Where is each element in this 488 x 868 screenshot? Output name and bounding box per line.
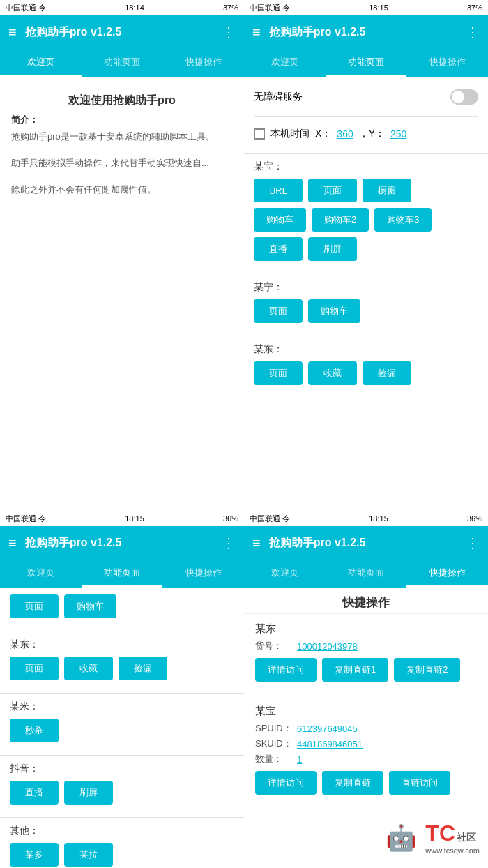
top-right-menu-icon[interactable]: ≡ [252,24,261,40]
tab-functions-right[interactable]: 功能页面 [326,49,407,77]
btn-detail-mudong[interactable]: 详情访问 [255,658,317,682]
bottom-left-time: 18:15 [125,514,144,523]
btn-url[interactable]: URL [254,179,303,202]
btn-mola[interactable]: 某拉 [64,843,113,867]
tab-shortcuts-bl[interactable]: 快捷操作 [162,560,244,588]
btn-moduo[interactable]: 某多 [10,843,59,867]
bottom-left-tabs: 欢迎页 功能页面 快捷操作 [0,560,244,588]
top-right-appbar: ≡ 抢购助手pro v1.2.5 ⋮ [244,15,488,49]
mumi-buttons: 秒杀 [10,719,234,742]
huo-value[interactable]: 100012043978 [297,641,358,652]
bottom-left-more-icon[interactable]: ⋮ [222,534,236,551]
top-left-carrier: 中国联通 令 [6,3,46,13]
tab-welcome-right[interactable]: 欢迎页 [244,49,326,77]
btn-live-mubao[interactable]: 直播 [254,237,303,261]
top-right-battery: 37% [467,3,482,12]
bottom-left-menu-icon[interactable]: ≡ [8,535,17,551]
num-value[interactable]: 1 [297,754,302,765]
btn-chuangkou[interactable]: 橱窗 [363,179,411,202]
bottom-left-carrier: 中国联通 令 [6,514,46,524]
top-left-app-title: 抢购助手pro v1.2.5 [25,25,222,40]
top-left-menu-icon[interactable]: ≡ [8,24,17,40]
bottom-right-appbar: ≡ 抢购助手pro v1.2.5 ⋮ [244,526,488,560]
tc-brand-area: TC 社区 www.tcsqw.com [425,821,480,855]
tab-welcome-br[interactable]: 欢迎页 [244,560,326,588]
mudong-section-bl: 某东： 页面 收藏 捡漏 [0,631,244,694]
spuid-value[interactable]: 612397649045 [297,724,358,734]
top-left-time: 18:14 [125,3,144,12]
intro-line-3: 除此之外并不会有任何附加属性值。 [11,182,233,197]
btn-live-douyin[interactable]: 直播 [10,781,59,805]
bottom-content-row: 页面 购物车 某东： 页面 收藏 捡漏 某米： 秒杀 [0,588,488,868]
tab-functions-br[interactable]: 功能页面 [326,560,407,588]
tab-shortcuts-left[interactable]: 快捷操作 [162,49,244,77]
btn-collect-mudong[interactable]: 收藏 [308,361,357,385]
btn-shuaping-mubao[interactable]: 刷屏 [308,237,357,261]
tc-url: www.tcsqw.com [425,846,480,855]
btn-page-mudong[interactable]: 页面 [254,361,303,385]
btn-cart[interactable]: 购物车 [254,208,306,232]
time-checkbox[interactable] [254,128,265,140]
skuid-value[interactable]: 4481869846051 [297,739,363,749]
btn-detail-mubao[interactable]: 详情访问 [255,771,317,795]
btn-collect-mudong-bl[interactable]: 收藏 [64,657,113,680]
mubao-section: 某宝： URL 页面 橱窗 购物车 购物车2 购物车3 直播 刷屏 [244,154,488,274]
tab-shortcuts-br[interactable]: 快捷操作 [406,560,488,588]
y-value[interactable]: 250 [390,128,406,140]
bottom-left-panel: 页面 购物车 某东： 页面 收藏 捡漏 某米： 秒杀 [0,588,244,868]
btn-page-mubao[interactable]: 页面 [308,179,357,202]
robot-icon: 🤖 [386,823,417,853]
bottom-right-status: 中国联通 令 18:15 36% [244,511,488,526]
btn-page-mudong-bl[interactable]: 页面 [10,657,59,680]
btn-page-muning[interactable]: 页面 [254,299,303,323]
mudong-huo-row: 货号： 100012043978 [255,640,477,652]
accessibility-toggle[interactable] [450,89,478,105]
top-right-panel: 无障碍服务 本机时间 X： 360 ，Y： 250 某宝： [244,77,488,511]
mudong-buttons-bl: 页面 收藏 捡漏 [10,657,234,680]
top-right-more-icon[interactable]: ⋮ [466,24,480,40]
x-label: X： [315,128,331,140]
bottom-right-more-icon[interactable]: ⋮ [466,534,480,551]
btn-copy-link-mubao[interactable]: 复制直链 [322,771,383,795]
mubao-buttons-row2: 购物车 购物车2 购物车3 [254,208,478,232]
coord-label: 本机时间 [270,128,310,140]
btn-copy-link1[interactable]: 复制直链1 [322,658,388,682]
bottom-right-time: 18:15 [369,514,388,523]
btn-cart2[interactable]: 购物车2 [312,208,369,232]
bottom-right-menu-icon[interactable]: ≡ [252,535,261,551]
mubao-quick-title: 某宝 [255,705,477,718]
btn-shuaping-douyin[interactable]: 刷屏 [64,781,113,805]
bottom-left-status: 中国联通 令 18:15 36% [0,511,244,526]
bottom-status-bars: 中国联通 令 18:15 36% 中国联通 令 18:15 36% [0,511,488,526]
skuid-label: SKUID： [255,738,297,750]
btn-seckill[interactable]: 秒杀 [10,719,59,742]
btn-copy-link2[interactable]: 复制直链2 [394,658,460,682]
tab-shortcuts-right[interactable]: 快捷操作 [406,49,488,77]
num-row: 数量： 1 [255,753,477,765]
mubao-buttons-row1: URL 页面 橱窗 [254,179,478,202]
top-content-row: 欢迎使用抢购助手pro 简介： 抢购助手pro是一款基于安卓系统的辅助脚本工具。… [0,77,488,511]
muning-section: 某宁： 页面 购物车 [244,274,488,336]
btn-cart3[interactable]: 购物车3 [374,208,432,232]
btn-cart-muning-bl[interactable]: 购物车 [64,594,116,618]
btn-page-muning-bl[interactable]: 页面 [10,594,59,618]
intro-line-2: 助手只能模拟手动操作，来代替手动实现快速自... [11,156,233,171]
tab-welcome-bl[interactable]: 欢迎页 [0,560,82,588]
accessibility-label: 无障碍服务 [254,91,303,103]
top-right-app-title: 抢购助手pro v1.2.5 [269,25,466,40]
qita-label: 其他： [10,825,234,837]
bottom-left-app-title: 抢购助手pro v1.2.5 [25,536,222,551]
x-value[interactable]: 360 [337,128,353,140]
qita-section: 其他： 某多 某拉 某为 某润 某点 [0,818,244,868]
tab-functions-left[interactable]: 功能页面 [82,49,163,77]
top-right-status: 中国联通 令 18:15 37% [244,0,488,15]
intro-label: 简介： [11,114,233,126]
btn-cart-muning[interactable]: 购物车 [308,299,360,323]
btn-jianlou-mudong[interactable]: 捡漏 [363,361,411,385]
tab-welcome-left[interactable]: 欢迎页 [0,49,82,77]
btn-direct-visit[interactable]: 直链访问 [389,771,450,795]
btn-jianlou-mudong-bl[interactable]: 捡漏 [119,657,167,680]
quick-ops-title: 快捷操作 [244,588,488,614]
top-left-more-icon[interactable]: ⋮ [222,24,236,40]
tab-functions-bl[interactable]: 功能页面 [82,560,163,588]
